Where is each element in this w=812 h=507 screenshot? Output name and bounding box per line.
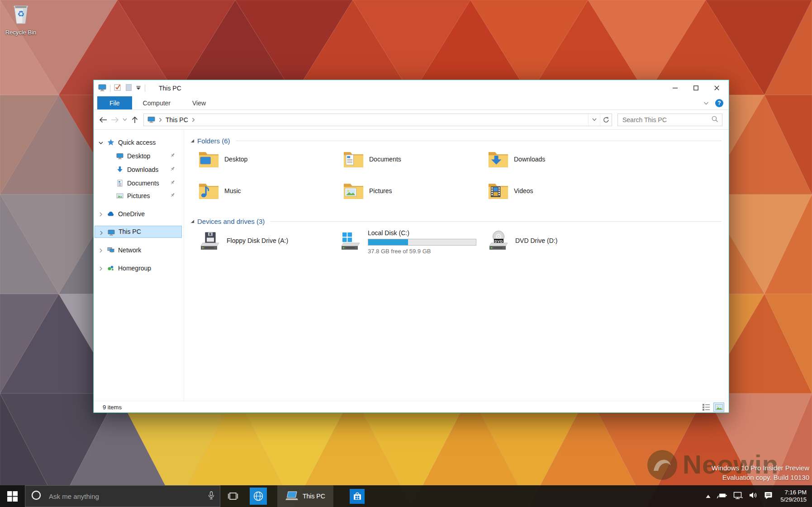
caption-buttons xyxy=(665,80,727,95)
tab-file[interactable]: File xyxy=(97,96,132,109)
start-button[interactable] xyxy=(0,485,25,507)
up-button[interactable] xyxy=(129,113,141,127)
shopping-bag-icon xyxy=(352,491,363,502)
search-box[interactable] xyxy=(617,114,722,126)
back-button[interactable] xyxy=(97,113,109,127)
edge-browser-button[interactable] xyxy=(246,485,271,507)
breadcrumb-chevron-icon xyxy=(158,118,163,122)
collapse-triangle-icon[interactable] xyxy=(190,139,195,143)
desktop: ♻ Recycle Bin Neowin Windows 10 Pro Insi… xyxy=(0,0,812,507)
folder-documents[interactable]: Documents xyxy=(343,151,401,168)
sidebar-item-documents[interactable]: Documents xyxy=(94,177,184,190)
this-pc-icon xyxy=(108,229,115,237)
cortana-ring-icon xyxy=(31,490,42,502)
network-icon[interactable] xyxy=(733,492,743,501)
chevron-right-icon[interactable] xyxy=(98,265,104,273)
taskbar-app-label: This PC xyxy=(303,493,325,500)
drive-dvd[interactable]: DVD DVD Drive (D:) xyxy=(487,230,557,251)
refresh-icon[interactable] xyxy=(600,114,612,126)
address-dropdown-icon[interactable] xyxy=(588,114,600,126)
folder-music[interactable]: Music xyxy=(198,182,241,199)
help-icon[interactable]: ? xyxy=(715,99,723,107)
sidebar-item-this-pc[interactable]: This PC xyxy=(95,226,182,238)
tab-computer[interactable]: Computer xyxy=(132,96,181,109)
neowin-ring-icon xyxy=(647,450,677,480)
store-tile xyxy=(350,489,365,504)
group-header-folders[interactable]: Folders (6) xyxy=(190,136,722,145)
system-tray: 7:16 PM 5/29/2015 xyxy=(706,489,812,503)
sidebar-item-quick-access[interactable]: Quick access xyxy=(94,136,184,149)
sidebar-item-onedrive[interactable]: OneDrive xyxy=(94,208,184,220)
address-bar[interactable]: This PC xyxy=(143,114,612,126)
cortana-search-box[interactable] xyxy=(25,485,220,507)
chevron-right-icon[interactable] xyxy=(98,247,104,255)
forward-button[interactable] xyxy=(109,113,121,127)
navigation-bar: This PC xyxy=(94,110,729,130)
search-input[interactable] xyxy=(622,116,712,124)
thumbnail-view-button[interactable] xyxy=(713,403,724,412)
pin-icon[interactable] xyxy=(169,192,176,200)
dvd-drive-icon: DVD xyxy=(487,230,510,251)
folder-desktop-icon xyxy=(198,151,219,168)
separator xyxy=(145,85,145,92)
sidebar-item-network[interactable]: Network xyxy=(94,244,184,256)
task-view-button[interactable] xyxy=(220,485,246,507)
quick-access-toolbar xyxy=(98,80,145,96)
breadcrumb-this-pc[interactable]: This PC xyxy=(163,116,191,123)
chevron-right-icon[interactable] xyxy=(98,211,104,218)
local-disk-label: Local Disk (C:) xyxy=(368,229,476,237)
sidebar-item-desktop[interactable]: Desktop xyxy=(94,150,184,162)
window-system-icon[interactable] xyxy=(98,84,106,93)
microphone-icon[interactable] xyxy=(207,491,215,502)
folder-desktop[interactable]: Desktop xyxy=(198,151,247,168)
ribbon-right-controls: ? xyxy=(703,96,723,110)
dvd-icon-text: DVD xyxy=(494,239,503,244)
close-button[interactable] xyxy=(706,80,727,95)
group-header-rule xyxy=(236,141,722,141)
search-icon[interactable] xyxy=(712,116,718,124)
cortana-search-input[interactable] xyxy=(48,492,207,501)
drive-floppy[interactable]: Floppy Disk Drive (A:) xyxy=(198,230,288,251)
pin-icon[interactable] xyxy=(169,152,176,160)
sidebar-item-downloads[interactable]: Downloads xyxy=(94,163,184,176)
clock-date: 5/29/2015 xyxy=(780,496,807,503)
volume-icon[interactable] xyxy=(749,492,758,501)
drive-local-disk[interactable] xyxy=(339,230,362,251)
sidebar-item-homegroup[interactable]: Homegroup xyxy=(94,262,184,275)
tab-view[interactable]: View xyxy=(181,96,217,109)
pin-icon[interactable] xyxy=(169,180,176,187)
expand-ribbon-icon[interactable] xyxy=(703,100,709,107)
show-hidden-icons-button[interactable] xyxy=(706,492,711,500)
pin-icon[interactable] xyxy=(169,166,176,174)
properties-button[interactable] xyxy=(114,84,122,93)
action-center-icon[interactable] xyxy=(764,491,773,501)
new-folder-button[interactable] xyxy=(125,84,132,93)
window-title: This PC xyxy=(159,80,181,96)
store-button[interactable] xyxy=(345,485,370,507)
maximize-button[interactable] xyxy=(685,80,706,95)
folder-videos[interactable]: Videos xyxy=(488,182,533,199)
collapse-triangle-icon[interactable] xyxy=(190,219,195,223)
sidebar-item-pictures[interactable]: Pictures xyxy=(94,190,184,202)
homegroup-icon xyxy=(107,265,114,273)
taskbar-clock[interactable]: 7:16 PM 5/29/2015 xyxy=(780,489,807,503)
folder-documents-icon xyxy=(343,151,364,168)
group-header-devices[interactable]: Devices and drives (3) xyxy=(190,217,722,226)
taskbar-app-this-pc[interactable]: This PC xyxy=(277,485,333,507)
document-icon xyxy=(116,180,123,188)
details-view-button[interactable] xyxy=(701,403,712,412)
recycle-bin[interactable]: ♻ Recycle Bin xyxy=(2,3,40,36)
window-body: Quick access Desktop Downloads Documents xyxy=(94,130,729,401)
chevron-right-icon[interactable] xyxy=(99,230,104,237)
watermark-line2: Evaluation copy. Build 10130 xyxy=(712,473,809,482)
recent-locations-dropdown[interactable] xyxy=(121,113,129,127)
customize-toolbar-dropdown[interactable] xyxy=(136,85,141,92)
minimize-button[interactable] xyxy=(665,80,685,95)
folder-downloads[interactable]: Downloads xyxy=(488,151,545,168)
local-disk-info[interactable]: Local Disk (C:) 37.8 GB free of 59.9 GB xyxy=(368,229,476,255)
capacity-bar-fill xyxy=(368,239,408,245)
breadcrumb-chevron-icon[interactable] xyxy=(191,118,196,122)
chevron-down-icon[interactable] xyxy=(98,140,104,147)
folder-pictures[interactable]: Pictures xyxy=(343,182,392,199)
battery-icon[interactable] xyxy=(717,492,727,501)
